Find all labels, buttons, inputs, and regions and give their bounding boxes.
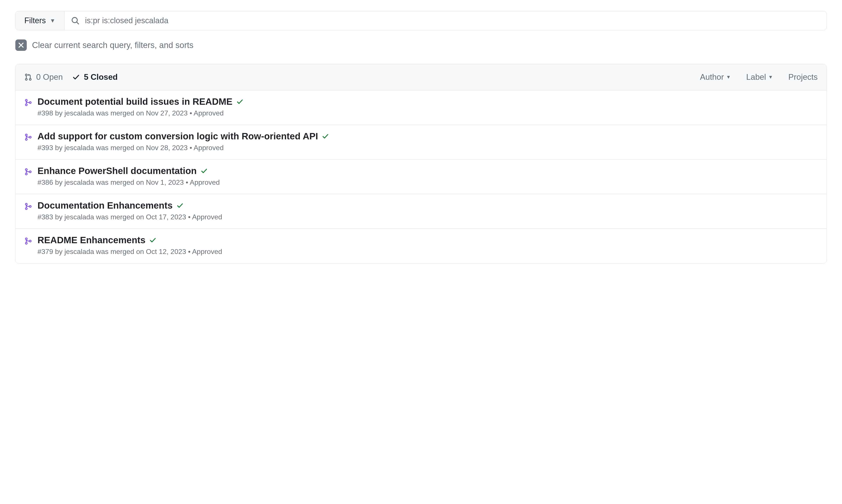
git-pull-request-icon	[24, 73, 32, 81]
svg-point-15	[29, 171, 31, 173]
git-merge-icon	[24, 237, 32, 245]
svg-point-6	[29, 78, 31, 80]
pr-row[interactable]: Document potential build issues in READM…	[16, 90, 826, 125]
search-icon	[71, 16, 80, 25]
filter-author[interactable]: Author ▼	[700, 73, 731, 82]
pr-title[interactable]: Document potential build issues in READM…	[37, 96, 232, 107]
check-icon	[72, 73, 80, 81]
pr-row[interactable]: Enhance PowerShell documentation #386 by…	[16, 160, 826, 194]
filter-label[interactable]: Label ▼	[746, 73, 773, 82]
clear-search-button[interactable]: Clear current search query, filters, and…	[15, 39, 827, 51]
svg-point-18	[29, 205, 31, 207]
svg-point-10	[25, 134, 27, 136]
status-check-icon	[322, 133, 329, 140]
svg-point-9	[29, 102, 31, 104]
svg-point-11	[25, 139, 27, 140]
svg-point-5	[25, 78, 27, 80]
filter-projects[interactable]: Projects	[788, 73, 818, 82]
git-merge-icon	[24, 98, 32, 107]
svg-point-8	[25, 104, 27, 106]
svg-point-13	[25, 169, 27, 170]
caret-down-icon: ▼	[768, 74, 773, 80]
closed-count: 5 Closed	[84, 73, 118, 82]
status-tabs: 0 Open 5 Closed	[24, 73, 118, 82]
pr-title[interactable]: README Enhancements	[37, 235, 145, 246]
svg-point-19	[25, 238, 27, 240]
pr-title[interactable]: Add support for custom conversion logic …	[37, 131, 318, 142]
search-input-container	[65, 11, 826, 30]
status-check-icon	[200, 167, 208, 175]
filters-button[interactable]: Filters ▼	[16, 11, 65, 30]
open-count: 0 Open	[36, 73, 63, 82]
tab-closed[interactable]: 5 Closed	[72, 73, 118, 82]
pr-subtext: #383 by jescalada was merged on Oct 17, …	[37, 213, 222, 221]
pr-subtext: #398 by jescalada was merged on Nov 27, …	[37, 109, 243, 117]
pr-subtext: #379 by jescalada was merged on Oct 12, …	[37, 248, 222, 256]
tab-open[interactable]: 0 Open	[24, 73, 63, 82]
svg-point-16	[25, 203, 27, 205]
svg-point-12	[29, 136, 31, 138]
svg-point-14	[25, 173, 27, 175]
pr-list: 0 Open 5 Closed Author ▼ Label ▼	[15, 64, 827, 264]
status-check-icon	[236, 98, 243, 105]
svg-point-7	[25, 100, 27, 101]
git-merge-icon	[24, 133, 32, 141]
close-icon	[15, 39, 27, 51]
status-check-icon	[149, 237, 156, 244]
svg-point-21	[29, 240, 31, 242]
status-check-icon	[176, 202, 183, 209]
caret-down-icon: ▼	[50, 17, 55, 24]
search-input[interactable]	[85, 16, 820, 25]
pr-row[interactable]: README Enhancements #379 by jescalada wa…	[16, 229, 826, 263]
pr-title[interactable]: Documentation Enhancements	[37, 200, 173, 211]
svg-point-4	[25, 74, 27, 76]
filters-label: Filters	[24, 16, 46, 25]
pr-row[interactable]: Add support for custom conversion logic …	[16, 125, 826, 160]
git-merge-icon	[24, 202, 32, 210]
caret-down-icon: ▼	[726, 74, 731, 80]
svg-point-0	[72, 18, 77, 23]
svg-point-17	[25, 208, 27, 210]
git-merge-icon	[24, 168, 32, 176]
pr-title[interactable]: Enhance PowerShell documentation	[37, 166, 197, 176]
svg-point-20	[25, 242, 27, 244]
filter-menu: Author ▼ Label ▼ Projects	[700, 73, 818, 82]
pr-subtext: #386 by jescalada was merged on Nov 1, 2…	[37, 178, 220, 186]
pr-subtext: #393 by jescalada was merged on Nov 28, …	[37, 144, 329, 152]
clear-search-text: Clear current search query, filters, and…	[32, 40, 193, 50]
list-header: 0 Open 5 Closed Author ▼ Label ▼	[16, 64, 826, 90]
pr-row[interactable]: Documentation Enhancements #383 by jesca…	[16, 194, 826, 229]
search-bar: Filters ▼	[15, 11, 827, 30]
svg-line-1	[77, 22, 79, 24]
